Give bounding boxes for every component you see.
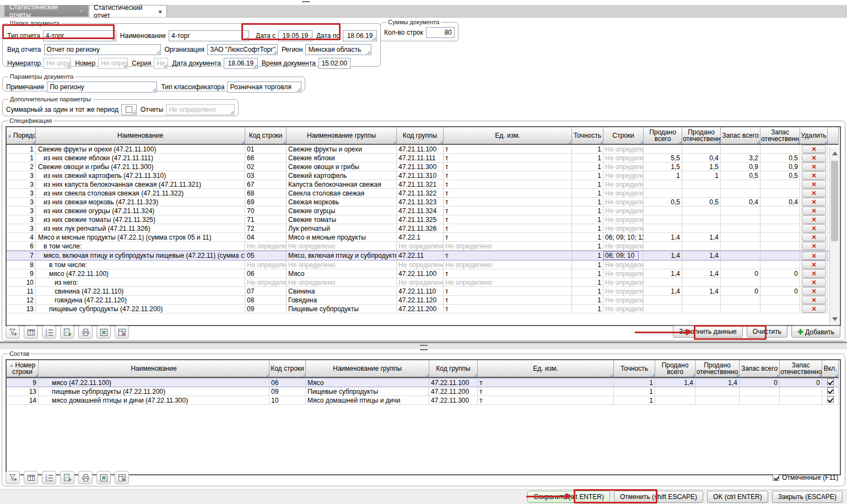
- stock-domestic-cell[interactable]: [760, 296, 800, 305]
- row-code-cell[interactable]: 70: [245, 207, 287, 215]
- sostav-column-header-9[interactable]: Запас всего: [740, 360, 780, 378]
- sostav-table-row[interactable]: 13пищевые субпродукты (47.22.11.200)09Пи…: [7, 387, 839, 396]
- line-number-cell[interactable]: 9: [7, 378, 39, 387]
- spec-column-header-8[interactable]: Продано всего: [644, 127, 682, 145]
- unit-cell[interactable]: т: [444, 305, 572, 313]
- delete-row-button[interactable]: [802, 233, 826, 241]
- lines-cell[interactable]: Не определено: [603, 145, 644, 154]
- name-cell[interactable]: из них свежая морковь (47.21.11.323): [36, 198, 245, 207]
- sold-total-cell[interactable]: 1,4: [644, 269, 682, 278]
- group-code-cell[interactable]: 47.22.11: [397, 251, 444, 261]
- order-cell[interactable]: 8: [7, 261, 36, 269]
- unit-cell[interactable]: т: [444, 215, 572, 224]
- stock-domestic-cell[interactable]: [760, 215, 800, 224]
- sold-total-cell[interactable]: 1,4: [644, 233, 682, 242]
- delete-row-button[interactable]: [802, 180, 826, 188]
- group-code-cell[interactable]: 47.21.11.324: [397, 207, 444, 215]
- excel-export-button[interactable]: [96, 326, 111, 339]
- sold-total-cell[interactable]: 0,5: [644, 198, 682, 207]
- sostav-column-header-6[interactable]: Точность: [614, 360, 655, 378]
- delete-cell[interactable]: [800, 242, 828, 251]
- calculator-add-button[interactable]: [60, 326, 74, 339]
- horizontal-splitter[interactable]: [0, 342, 847, 349]
- name-cell[interactable]: из него:: [36, 278, 245, 287]
- sostav-column-header-10[interactable]: Запас отечественно: [780, 360, 822, 378]
- stock-domestic-cell[interactable]: [760, 145, 800, 154]
- group-name-cell[interactable]: Свинина: [287, 287, 397, 296]
- delete-row-button[interactable]: [802, 224, 826, 232]
- delete-cell[interactable]: [800, 269, 828, 278]
- group-code-cell[interactable]: 47.21.11.323: [397, 198, 444, 207]
- order-cell[interactable]: 2: [7, 162, 36, 171]
- group-name-cell[interactable]: Пищевые субпродукты: [306, 387, 429, 396]
- report-kind-field[interactable]: Отчет по региону: [44, 44, 161, 55]
- stock-total-cell[interactable]: [721, 233, 760, 242]
- sostav-column-header-11[interactable]: Вкл.: [822, 360, 839, 378]
- sold-domestic-cell[interactable]: 0,5: [682, 198, 721, 207]
- delete-cell[interactable]: [800, 224, 828, 233]
- sold-total-cell[interactable]: 1,4: [644, 287, 682, 296]
- series-field[interactable]: Не о: [154, 58, 168, 69]
- stock-domestic-cell[interactable]: 0: [760, 269, 800, 278]
- sold-domestic-cell[interactable]: 1: [682, 171, 721, 180]
- stock-total-cell[interactable]: [721, 189, 760, 198]
- group-name-cell[interactable]: Капуста белокочанная свежая: [287, 180, 397, 189]
- group-code-cell[interactable]: 47.22.11.100: [397, 269, 444, 278]
- group-code-cell[interactable]: 47.22.11.200: [429, 387, 478, 396]
- name-cell[interactable]: мясо (47.22.11.100): [39, 378, 269, 387]
- sold-total-cell[interactable]: [644, 145, 682, 154]
- date-from-field[interactable]: 19.05.19: [278, 30, 312, 41]
- spec-table-row[interactable]: 8в том числе:Не определеноНе определеноН…: [7, 261, 839, 269]
- group-code-cell[interactable]: 47.22.11.110: [397, 287, 444, 296]
- group-name-cell[interactable]: Говядина: [287, 296, 397, 305]
- lines-cell[interactable]: Не определено: [603, 215, 644, 224]
- name-cell[interactable]: из них лук репчатый (47.21.11.326): [36, 224, 245, 233]
- row-code-cell[interactable]: 04: [245, 233, 287, 242]
- delete-row-button[interactable]: [802, 215, 826, 224]
- tab-close-icon[interactable]: ×: [159, 9, 162, 14]
- stock-domestic-cell[interactable]: 0,5: [760, 154, 800, 162]
- precision-cell[interactable]: 1: [614, 396, 655, 405]
- unit-cell[interactable]: Не определено: [444, 278, 572, 287]
- spec-column-header-10[interactable]: Запас всего: [721, 127, 760, 145]
- spec-column-header-2[interactable]: Код строки: [245, 127, 287, 145]
- precision-cell[interactable]: 1: [572, 198, 603, 207]
- sold-total-cell[interactable]: [644, 242, 682, 251]
- unit-cell[interactable]: т: [444, 180, 572, 189]
- row-code-cell[interactable]: 01: [245, 145, 287, 154]
- sold-total-cell[interactable]: [644, 224, 682, 233]
- lines-cell[interactable]: Не определено: [603, 261, 644, 269]
- sold-total-cell[interactable]: [644, 278, 682, 287]
- row-code-cell[interactable]: 08: [245, 296, 287, 305]
- name-cell[interactable]: в том числе:: [36, 261, 245, 269]
- group-code-cell[interactable]: 47.22.11.120: [397, 296, 444, 305]
- order-cell[interactable]: 3: [7, 207, 36, 215]
- group-name-cell[interactable]: Мясо: [306, 378, 429, 387]
- sold-domestic-cell[interactable]: [682, 242, 721, 251]
- sold-domestic-cell[interactable]: 1,4: [682, 269, 721, 278]
- row-code-cell[interactable]: 67: [245, 180, 287, 189]
- delete-cell[interactable]: [800, 251, 828, 261]
- precision-cell[interactable]: 1: [572, 215, 603, 224]
- filter-add-button[interactable]: [6, 326, 20, 339]
- precision-cell[interactable]: 1: [572, 278, 603, 287]
- delete-row-button[interactable]: [802, 252, 826, 260]
- precision-cell[interactable]: 1: [572, 269, 603, 278]
- table-clear-button[interactable]: [115, 326, 129, 339]
- order-cell[interactable]: 3: [7, 215, 36, 224]
- sold-domestic-cell[interactable]: [682, 189, 721, 198]
- tab-statistical-report[interactable]: Статистический отчет ×: [89, 5, 167, 17]
- stock-domestic-cell[interactable]: [760, 305, 800, 313]
- sold-domestic-cell[interactable]: [682, 261, 721, 269]
- sold-domestic-cell[interactable]: [682, 296, 721, 305]
- lines-cell[interactable]: Не определено: [603, 296, 644, 305]
- sold-domestic-cell[interactable]: [682, 278, 721, 287]
- stock-domestic-cell[interactable]: [760, 180, 800, 189]
- unit-cell[interactable]: т: [444, 145, 572, 154]
- sold-total-cell[interactable]: [644, 305, 682, 313]
- stock-domestic-cell[interactable]: [760, 242, 800, 251]
- order-cell[interactable]: 3: [7, 198, 36, 207]
- tab-close-icon[interactable]: ×: [80, 8, 83, 14]
- sostav-column-header-8[interactable]: Продано отечественно: [695, 360, 740, 378]
- stock-total-cell[interactable]: 0: [740, 378, 780, 387]
